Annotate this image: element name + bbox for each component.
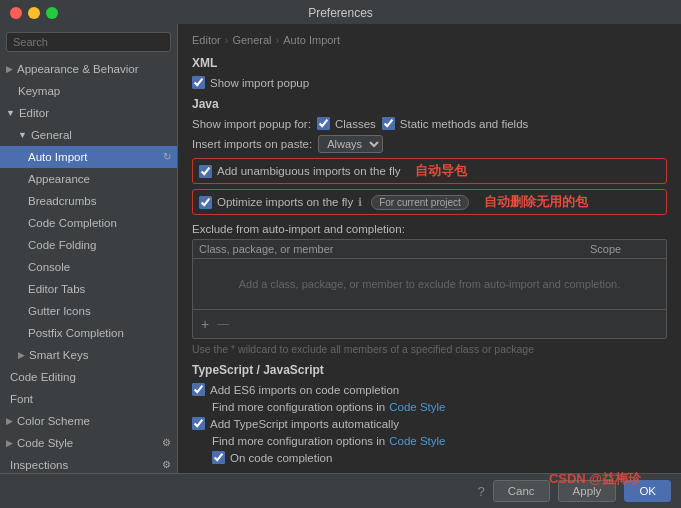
help-icon[interactable]: ? bbox=[478, 484, 485, 499]
apply-button[interactable]: Apply bbox=[558, 480, 617, 502]
sidebar-item-gutter-icons[interactable]: Gutter Icons bbox=[0, 300, 177, 322]
arrow-icon: ▶ bbox=[6, 434, 13, 452]
arrow-icon: ▼ bbox=[6, 104, 15, 122]
ts-on-code-completion-label: On code completion bbox=[230, 452, 332, 464]
exclude-table: Class, package, or member Scope Add a cl… bbox=[192, 239, 667, 339]
java-static-label: Static methods and fields bbox=[400, 118, 529, 130]
col-class-header: Class, package, or member bbox=[199, 243, 590, 255]
annotation-optimize: 自动删除无用的包 bbox=[484, 193, 588, 211]
ts-on-code-completion-check[interactable]: On code completion bbox=[212, 451, 332, 464]
java-add-unambiguous-label: Add unambiguous imports on the fly bbox=[217, 165, 400, 177]
ts-add-es6-checkbox[interactable] bbox=[192, 383, 205, 396]
java-optimize-label: Optimize imports on the fly bbox=[217, 196, 353, 208]
java-insert-select[interactable]: Always Ask Never bbox=[318, 135, 383, 153]
java-add-unambiguous-checkbox[interactable] bbox=[199, 165, 212, 178]
sidebar-item-code-completion[interactable]: Code Completion bbox=[0, 212, 177, 234]
java-show-import-row: Show import popup for: Classes Static me… bbox=[192, 117, 667, 130]
title-bar: Preferences bbox=[0, 0, 681, 24]
sidebar-item-console[interactable]: Console bbox=[0, 256, 177, 278]
info-icon[interactable]: ℹ bbox=[358, 196, 362, 209]
ts-add-typescript-check[interactable]: Add TypeScript imports automatically bbox=[192, 417, 399, 430]
java-classes-label: Classes bbox=[335, 118, 376, 130]
java-classes-checkbox[interactable] bbox=[317, 117, 330, 130]
ts-find-more2-row: Find more configuration options in Code … bbox=[212, 435, 667, 447]
bottom-bar: ? Canc Apply OK bbox=[0, 473, 681, 508]
sidebar-item-general[interactable]: ▼ General bbox=[0, 124, 177, 146]
sidebar-item-code-style[interactable]: ▶ Code Style ⚙ bbox=[0, 432, 177, 454]
ts-add-typescript-label: Add TypeScript imports automatically bbox=[210, 418, 399, 430]
arrow-icon: ▶ bbox=[18, 346, 25, 364]
sidebar-item-appearance-behavior[interactable]: ▶ Appearance & Behavior bbox=[0, 58, 177, 80]
sidebar-item-font[interactable]: Font bbox=[0, 388, 177, 410]
java-static-checkbox[interactable] bbox=[382, 117, 395, 130]
ts-add-typescript-checkbox[interactable] bbox=[192, 417, 205, 430]
ts-on-code-completion-row: On code completion bbox=[212, 451, 667, 464]
window-title: Preferences bbox=[308, 6, 373, 20]
java-insert-label: Insert imports on paste: bbox=[192, 138, 312, 150]
sidebar-item-auto-import[interactable]: Auto Import ↻ bbox=[0, 146, 177, 168]
ts-code-style1-link[interactable]: Code Style bbox=[389, 401, 445, 413]
cancel-button[interactable]: Canc bbox=[493, 480, 550, 502]
xml-show-import-checkbox[interactable] bbox=[192, 76, 205, 89]
exclude-footer: + — bbox=[193, 309, 666, 338]
ok-button[interactable]: OK bbox=[624, 480, 671, 502]
arrow-icon: ▶ bbox=[6, 60, 13, 78]
exclude-section: Exclude from auto-import and completion:… bbox=[192, 223, 667, 355]
sync-icon: ↻ bbox=[163, 148, 171, 166]
breadcrumb-sep2: › bbox=[276, 34, 280, 46]
ts-find-more1-label: Find more configuration options in bbox=[212, 401, 385, 413]
maximize-button[interactable] bbox=[46, 7, 58, 19]
ts-add-es6-label: Add ES6 imports on code completion bbox=[210, 384, 399, 396]
minimize-button[interactable] bbox=[28, 7, 40, 19]
ts-section-title: TypeScript / JavaScript bbox=[192, 363, 667, 377]
close-button[interactable] bbox=[10, 7, 22, 19]
java-show-import-label: Show import popup for: bbox=[192, 118, 311, 130]
add-exclude-button[interactable]: + bbox=[197, 314, 213, 334]
breadcrumb-auto-import: Auto Import bbox=[283, 34, 340, 46]
ts-on-code-completion-checkbox[interactable] bbox=[212, 451, 225, 464]
breadcrumb: Editor › General › Auto Import bbox=[192, 34, 667, 46]
settings-icon: ⚙ bbox=[162, 456, 171, 473]
arrow-icon: ▼ bbox=[18, 126, 27, 144]
col-scope-header: Scope bbox=[590, 243, 660, 255]
ts-find-more2-label: Find more configuration options in bbox=[212, 435, 385, 447]
wildcard-note: Use the * wildcard to exclude all member… bbox=[192, 343, 667, 355]
annotation-add-unambiguous: 自动导包 bbox=[415, 162, 467, 180]
java-insert-row: Insert imports on paste: Always Ask Neve… bbox=[192, 135, 667, 153]
ts-add-es6-check[interactable]: Add ES6 imports on code completion bbox=[192, 383, 399, 396]
sidebar-item-code-folding[interactable]: Code Folding bbox=[0, 234, 177, 256]
sidebar-item-editor[interactable]: ▼ Editor bbox=[0, 102, 177, 124]
sidebar-item-editor-tabs[interactable]: Editor Tabs bbox=[0, 278, 177, 300]
exclude-empty-text: Add a class, package, or member to exclu… bbox=[193, 259, 666, 309]
breadcrumb-sep1: › bbox=[225, 34, 229, 46]
ts-code-style2-link[interactable]: Code Style bbox=[389, 435, 445, 447]
content-area: Editor › General › Auto Import XML Show … bbox=[178, 24, 681, 473]
settings-icon: ⚙ bbox=[162, 434, 171, 452]
exclude-title: Exclude from auto-import and completion: bbox=[192, 223, 667, 235]
sidebar-item-color-scheme[interactable]: ▶ Color Scheme bbox=[0, 410, 177, 432]
java-static-check[interactable]: Static methods and fields bbox=[382, 117, 529, 130]
sidebar-item-appearance[interactable]: Appearance bbox=[0, 168, 177, 190]
xml-show-import-check[interactable]: Show import popup bbox=[192, 76, 309, 89]
search-input[interactable] bbox=[6, 32, 171, 52]
ts-add-es6-row: Add ES6 imports on code completion bbox=[192, 383, 667, 396]
java-classes-check[interactable]: Classes bbox=[317, 117, 376, 130]
breadcrumb-general: General bbox=[232, 34, 271, 46]
java-optimize-checkbox[interactable] bbox=[199, 196, 212, 209]
sidebar-item-keymap[interactable]: Keymap bbox=[0, 80, 177, 102]
ts-find-more1-row: Find more configuration options in Code … bbox=[212, 401, 667, 413]
breadcrumb-editor: Editor bbox=[192, 34, 221, 46]
sidebar-item-code-editing[interactable]: Code Editing bbox=[0, 366, 177, 388]
sidebar-item-breadcrumbs[interactable]: Breadcrumbs bbox=[0, 190, 177, 212]
xml-show-import-row: Show import popup bbox=[192, 76, 667, 89]
xml-section-title: XML bbox=[192, 56, 667, 70]
java-section-title: Java bbox=[192, 97, 667, 111]
xml-show-import-label: Show import popup bbox=[210, 77, 309, 89]
java-add-unambiguous-box: Add unambiguous imports on the fly 自动导包 bbox=[192, 158, 667, 184]
traffic-lights bbox=[10, 7, 58, 19]
ts-add-typescript-row: Add TypeScript imports automatically bbox=[192, 417, 667, 430]
minus-icon: — bbox=[217, 317, 229, 331]
sidebar-item-postfix-completion[interactable]: Postfix Completion bbox=[0, 322, 177, 344]
sidebar-item-smart-keys[interactable]: ▶ Smart Keys bbox=[0, 344, 177, 366]
sidebar-item-inspections[interactable]: Inspections ⚙ bbox=[0, 454, 177, 473]
